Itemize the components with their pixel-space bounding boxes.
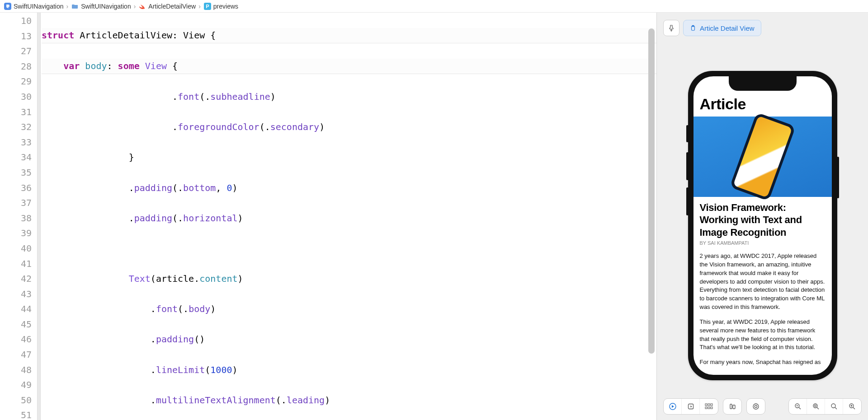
selectable-preview-button[interactable] <box>682 399 700 414</box>
article-hero-image <box>693 117 832 197</box>
breadcrumb[interactable]: SwiftUINavigation › SwiftUINavigation › … <box>0 0 868 13</box>
breadcrumb-folder[interactable]: SwiftUINavigation <box>81 3 131 10</box>
device-notch <box>729 76 797 91</box>
app-icon <box>4 2 12 10</box>
svg-rect-9 <box>711 404 712 406</box>
line-gutter: 1013272829303132333435363738394041424344… <box>0 13 37 420</box>
svg-point-20 <box>831 404 835 408</box>
breadcrumb-file[interactable]: ArticleDetailView <box>148 3 196 10</box>
svg-point-15 <box>753 404 759 409</box>
chevron-right-icon: › <box>66 3 69 10</box>
code-area[interactable]: struct ArticleDetailView: View { var bod… <box>41 13 656 420</box>
device-settings-icon[interactable] <box>723 399 741 414</box>
zoom-group[interactable] <box>788 398 862 415</box>
device-settings-button[interactable] <box>723 398 742 415</box>
variants-preview-button[interactable] <box>700 399 718 414</box>
chevron-right-icon: › <box>134 3 136 10</box>
live-preview-button[interactable] <box>664 399 682 414</box>
breadcrumb-symbol[interactable]: previews <box>213 3 238 10</box>
svg-rect-12 <box>711 407 712 409</box>
article-title: Vision Framework: Working with Text and … <box>700 201 826 239</box>
pin-button[interactable] <box>663 20 679 36</box>
svg-rect-11 <box>708 407 710 409</box>
article-body: 2 years ago, at WWDC 2017, Apple release… <box>700 252 826 367</box>
preview-label-text: Article Detail View <box>700 24 755 32</box>
zoom-fit-button[interactable] <box>807 399 825 414</box>
zoom-in-button[interactable] <box>843 399 861 414</box>
preview-label-chip[interactable]: Article Detail View <box>683 20 761 36</box>
chevron-right-icon: › <box>198 3 201 10</box>
code-ribbon <box>37 13 41 420</box>
svg-rect-19 <box>814 405 816 406</box>
preview-pane: Article Detail View Article Vision Frame… <box>656 13 868 420</box>
code-editor[interactable]: 1013272829303132333435363738394041424344… <box>0 13 656 420</box>
breadcrumb-project[interactable]: SwiftUINavigation <box>14 3 64 10</box>
svg-rect-14 <box>733 405 735 409</box>
device-frame: Article Vision Framework: Working with T… <box>688 71 837 380</box>
svg-point-16 <box>755 405 757 407</box>
editor-scrollbar[interactable] <box>648 28 655 354</box>
swift-file-icon <box>138 2 146 10</box>
zoom-100-button[interactable] <box>825 399 843 414</box>
preview-settings-icon[interactable] <box>747 399 765 414</box>
preview-bottom-toolbar <box>663 398 862 415</box>
folder-icon <box>71 2 79 10</box>
zoom-out-button[interactable] <box>789 399 807 414</box>
svg-rect-13 <box>730 404 732 409</box>
svg-rect-7 <box>705 404 707 406</box>
preview-mode-group[interactable] <box>663 398 718 415</box>
preview-settings-button[interactable] <box>746 398 765 415</box>
svg-point-18 <box>813 404 817 408</box>
article-author: BY SAI KAMBAMPATI <box>700 240 826 246</box>
svg-rect-10 <box>705 407 707 409</box>
device-screen[interactable]: Article Vision Framework: Working with T… <box>693 76 832 375</box>
svg-rect-8 <box>708 404 710 406</box>
svg-text:P: P <box>206 4 209 9</box>
clipboard-icon <box>690 25 696 31</box>
property-icon: P <box>203 2 212 10</box>
